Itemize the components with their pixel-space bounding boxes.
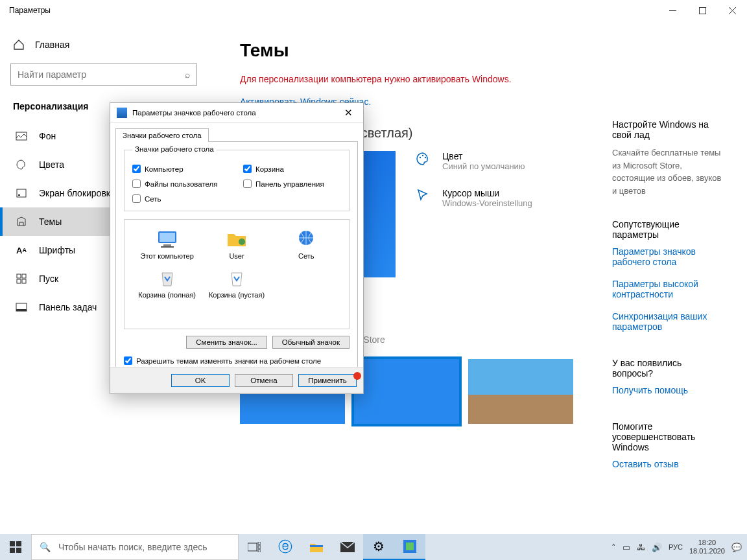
app-task-icon[interactable] <box>394 534 425 560</box>
battery-icon[interactable]: ▭ <box>622 542 630 552</box>
color-setting[interactable]: ЦветСиний по умолчанию <box>415 151 532 171</box>
dialog-title-icon <box>117 108 127 118</box>
questions-heading: У вас появились вопросы? <box>612 358 724 379</box>
sidebar-item-label: Темы <box>39 216 62 227</box>
fieldset-legend: Значки рабочего стола <box>132 145 217 153</box>
search-icon: 🔍 <box>40 542 51 552</box>
mail-icon[interactable] <box>332 534 363 560</box>
default-icon-button[interactable]: Обычный значок <box>272 336 350 349</box>
explorer-icon[interactable] <box>301 534 332 560</box>
themes-icon <box>16 216 27 228</box>
svg-rect-27 <box>310 545 323 547</box>
start-button[interactable] <box>0 534 31 560</box>
taskbar-icon <box>16 301 27 313</box>
icon-user[interactable]: User <box>202 229 271 260</box>
volume-icon[interactable]: 🔊 <box>652 542 662 552</box>
svg-rect-5 <box>22 274 26 278</box>
help-link[interactable]: Получить помощь <box>612 385 724 395</box>
check-cpanel[interactable]: Панель управления <box>243 180 341 188</box>
change-icon-button[interactable]: Сменить значок... <box>186 336 267 349</box>
related-link[interactable]: Параметры значков рабочего стола <box>612 246 724 267</box>
svg-rect-6 <box>17 279 21 283</box>
color-label: Цвет <box>442 151 525 161</box>
close-button[interactable] <box>717 0 747 21</box>
computer-icon <box>156 229 179 250</box>
icon-recycle-empty[interactable]: Корзина (пустая) <box>202 268 271 299</box>
network-icon[interactable]: 🖧 <box>637 542 645 552</box>
edge-icon[interactable]: ⓔ <box>270 534 301 560</box>
fonts-icon: AA <box>16 244 27 256</box>
icon-network[interactable]: Сеть <box>272 229 341 260</box>
task-view-button[interactable] <box>239 534 270 560</box>
color-value: Синий по умолчанию <box>442 161 525 171</box>
home-button[interactable]: Главная <box>0 39 208 64</box>
dialog-tab[interactable]: Значки рабочего стола <box>115 128 209 142</box>
apply-button[interactable]: Применить <box>298 374 357 387</box>
palette-icon <box>16 159 27 170</box>
svg-rect-9 <box>16 309 27 311</box>
background-icon <box>16 130 27 142</box>
window-title: Параметры <box>9 6 51 15</box>
svg-rect-20 <box>16 541 21 546</box>
taskbar: 🔍 Чтобы начать поиск, введите здесь ⓔ ⚙ … <box>0 534 747 560</box>
sidebar-item-label: Цвета <box>39 159 64 170</box>
customize-heading: Настройте Windows на свой лад <box>612 119 724 140</box>
theme-thumb-selected[interactable] <box>354 359 459 424</box>
tray-lang[interactable]: РУС <box>669 543 683 551</box>
taskbar-search[interactable]: 🔍 Чтобы начать поиск, введите здесь <box>31 534 239 560</box>
dialog-title: Параметры значков рабочего стола <box>132 109 256 117</box>
cursor-setting[interactable]: Курсор мышиWindows-Voreinstellung <box>415 188 532 208</box>
svg-rect-3 <box>18 194 20 196</box>
check-userfiles[interactable]: Файлы пользователя <box>132 180 230 188</box>
svg-rect-4 <box>17 274 21 278</box>
theme-thumb[interactable] <box>468 359 573 424</box>
search-icon: ⌕ <box>185 69 190 80</box>
allow-themes-check[interactable]: Разрешить темам изменять значки на рабоч… <box>124 356 350 365</box>
home-label: Главная <box>35 40 69 50</box>
sidebar-item-label: Панель задач <box>39 302 97 312</box>
svg-point-17 <box>239 239 245 245</box>
icon-recycle-full[interactable]: Корзина (полная) <box>132 268 202 299</box>
ok-button[interactable]: OK <box>171 374 230 387</box>
apply-indicator-icon <box>353 372 361 380</box>
search-input[interactable] <box>18 69 185 80</box>
activation-warning: Для персонализации компьютера нужно акти… <box>240 74 724 84</box>
svg-rect-23 <box>248 543 257 551</box>
windows-icon <box>10 541 21 553</box>
tray-chevron-icon[interactable]: ˄ <box>611 542 616 552</box>
start-icon <box>16 273 27 285</box>
dialog-close-button[interactable]: ✕ <box>340 107 357 119</box>
check-network[interactable]: Сеть <box>132 194 230 203</box>
sidebar-item-label: Шрифты <box>39 245 75 255</box>
icon-this-pc[interactable]: Этот компьютер <box>132 229 202 260</box>
notifications-icon[interactable]: 💬 <box>731 542 742 552</box>
recycle-empty-icon <box>225 268 248 288</box>
feedback-link[interactable]: Оставить отзыв <box>612 459 724 469</box>
svg-rect-0 <box>699 7 706 14</box>
maximize-button[interactable] <box>687 0 717 21</box>
system-tray: ˄ ▭ 🖧 🔊 РУС 18:20 18.01.2020 💬 <box>611 539 747 555</box>
svg-rect-2 <box>17 189 26 197</box>
minimize-button[interactable] <box>658 0 687 21</box>
related-link[interactable]: Синхронизация ваших параметров <box>612 311 724 332</box>
svg-rect-25 <box>258 546 261 548</box>
globe-icon <box>294 229 318 250</box>
svg-rect-26 <box>258 550 261 552</box>
svg-point-12 <box>425 157 426 158</box>
tray-clock[interactable]: 18:20 18.01.2020 <box>689 539 725 555</box>
check-computer[interactable]: Компьютер <box>132 165 230 173</box>
svg-point-10 <box>420 157 421 158</box>
settings-task-icon[interactable]: ⚙ <box>363 534 394 560</box>
svg-rect-7 <box>22 279 26 283</box>
search-box[interactable]: ⌕ <box>10 64 197 86</box>
taskbar-search-placeholder: Чтобы начать поиск, введите здесь <box>58 542 208 552</box>
svg-rect-30 <box>406 542 414 550</box>
related-link[interactable]: Параметры высокой контрастности <box>612 279 724 299</box>
cancel-button[interactable]: Отмена <box>235 374 293 387</box>
svg-rect-14 <box>160 233 175 242</box>
current-theme-name: (светлая) <box>357 126 573 141</box>
titlebar: Параметры <box>0 0 747 21</box>
recycle-full-icon <box>156 268 179 288</box>
svg-rect-19 <box>10 541 15 546</box>
check-recycle[interactable]: Корзина <box>243 165 341 173</box>
